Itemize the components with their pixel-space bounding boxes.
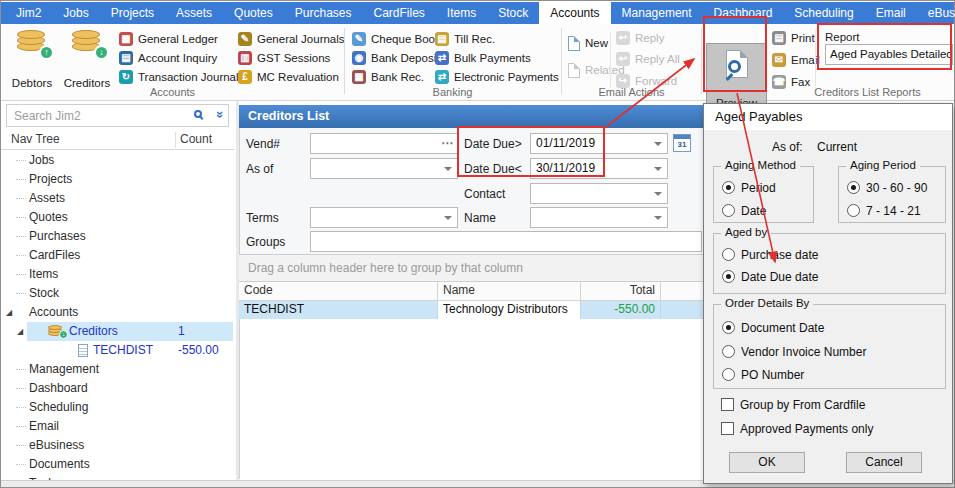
radio-icon: [847, 204, 860, 217]
till-rec-icon: ▤: [435, 32, 449, 46]
radio-period[interactable]: Period: [722, 180, 776, 195]
radio-document-date[interactable]: Document Date: [722, 320, 824, 335]
sidebar-item-cardfiles[interactable]: CardFiles: [1, 246, 235, 265]
column-header-total[interactable]: Total: [581, 282, 661, 300]
tab-scheduling[interactable]: Scheduling: [783, 2, 864, 24]
calendar-icon[interactable]: 31: [673, 134, 691, 152]
print-button[interactable]: ▤ Print: [772, 29, 815, 47]
sidebar-item-scheduling[interactable]: Scheduling: [1, 398, 235, 417]
checkbox-group-by-from-cardfile[interactable]: Group by From Cardfile: [721, 397, 865, 412]
radio-date-due-date[interactable]: Date Due date: [722, 269, 818, 284]
expand-triangle-icon[interactable]: ◢: [17, 327, 23, 336]
cell-total[interactable]: -550.00: [581, 301, 661, 319]
search-icon[interactable]: [194, 110, 202, 118]
radio-po-number[interactable]: PO Number: [722, 367, 804, 382]
till-rec-button[interactable]: ▤ Till Rec.: [435, 30, 495, 48]
nav-tree-column-header[interactable]: Nav Tree: [11, 132, 60, 146]
tab-stock[interactable]: Stock: [487, 2, 539, 24]
debtors-coins-icon: ↑: [16, 30, 48, 56]
checkbox-approved-payments-only[interactable]: Approved Payments only: [721, 421, 873, 436]
sidebar-item-email[interactable]: Email: [1, 417, 235, 436]
vend-input[interactable]: ⋯: [310, 133, 458, 154]
new-email-button[interactable]: New: [568, 34, 608, 52]
reply-all-button[interactable]: ↩ Reply All: [616, 50, 680, 68]
checkbox-icon: [721, 398, 734, 411]
print-icon: ▤: [772, 31, 786, 45]
tab-email[interactable]: Email: [865, 2, 917, 24]
report-select[interactable]: Aged Payables Detailed: [825, 44, 953, 65]
creditors-button[interactable]: ↓ Creditors: [61, 27, 113, 89]
sidebar-item-stock[interactable]: Stock: [1, 284, 235, 303]
email-report-button[interactable]: ✉ Email: [772, 51, 820, 69]
tab-accounts[interactable]: Accounts: [539, 2, 610, 24]
general-ledger-button[interactable]: ▦ General Ledger: [119, 30, 218, 48]
general-journals-button[interactable]: ✎ General Journals: [238, 30, 345, 48]
search-input[interactable]: Search Jim2 »: [6, 104, 229, 127]
sidebar-item-projects[interactable]: Projects: [1, 170, 235, 189]
tab-cardfiles[interactable]: CardFiles: [362, 2, 435, 24]
nav-tree: Jobs Projects Assets Quotes Purchases Ca…: [1, 151, 235, 488]
cancel-button[interactable]: Cancel: [846, 452, 922, 473]
down-arrow-badge-icon: ↓: [94, 45, 109, 60]
date-due-lt-select[interactable]: 30/11/2019: [530, 158, 668, 179]
groups-input[interactable]: [310, 231, 702, 252]
gst-sessions-button[interactable]: ▥ GST Sessions: [238, 49, 330, 67]
ellipsis-button[interactable]: ⋯: [441, 134, 453, 153]
sidebar-item-dashboard[interactable]: Dashboard: [1, 379, 235, 398]
radio-date[interactable]: Date: [722, 203, 766, 218]
sidebar-item-items[interactable]: Items: [1, 265, 235, 284]
count-column-header[interactable]: Count: [180, 132, 212, 146]
sidebar-item-purchases[interactable]: Purchases: [1, 227, 235, 246]
sidebar-item-management[interactable]: Management: [1, 360, 235, 379]
tab-ebusiness[interactable]: eBusiness: [917, 2, 955, 24]
sidebar-item-documents[interactable]: Documents: [1, 455, 235, 474]
asof-select[interactable]: [310, 158, 458, 179]
sidebar-item-jobs[interactable]: Jobs: [1, 151, 235, 170]
tab-quotes[interactable]: Quotes: [223, 2, 284, 24]
radio-vendor-invoice-number[interactable]: Vendor Invoice Number: [722, 344, 866, 359]
radio-purchase-date[interactable]: Purchase date: [722, 247, 818, 262]
expand-triangle-icon[interactable]: ◢: [6, 308, 12, 317]
contact-label: Contact: [464, 187, 505, 201]
tab-jobs[interactable]: Jobs: [52, 2, 99, 24]
tab-purchases[interactable]: Purchases: [284, 2, 363, 24]
name-select[interactable]: [530, 207, 668, 228]
radio-30-60-90[interactable]: 30 - 60 - 90: [847, 180, 927, 195]
debtors-button[interactable]: ↑ Debtors: [6, 27, 58, 89]
terms-select[interactable]: [310, 207, 458, 228]
bank-rec-button[interactable]: ▦ Bank Rec.: [352, 68, 424, 86]
cell-name[interactable]: Technology Distributors: [438, 301, 581, 319]
cell-code[interactable]: TECHDIST: [239, 301, 438, 319]
sidebar-item-techdist[interactable]: TECHDIST -550.00: [1, 341, 235, 360]
sidebar-item-ebusiness[interactable]: eBusiness: [1, 436, 235, 455]
collapse-chevrons-icon[interactable]: »: [213, 111, 228, 118]
asof-value: Current: [817, 140, 857, 154]
sidebar-item-assets[interactable]: Assets: [1, 189, 235, 208]
account-inquiry-button[interactable]: ▤ Account Inquiry: [119, 49, 217, 67]
tab-assets[interactable]: Assets: [165, 2, 223, 24]
reply-button[interactable]: ↩ Reply: [616, 29, 664, 47]
transaction-journal-button[interactable]: ↻ Transaction Journal: [119, 68, 239, 86]
column-header-name[interactable]: Name: [438, 282, 581, 300]
cheque-book-button[interactable]: ✎ Cheque Book: [352, 30, 441, 48]
accounts-group-label: Accounts: [2, 86, 343, 98]
contact-select[interactable]: [530, 183, 668, 204]
bank-deposits-button[interactable]: ◉ Bank Deposits: [352, 49, 445, 67]
up-arrow-badge-icon: ↑: [39, 45, 54, 60]
tab-jim2[interactable]: Jim2: [5, 2, 52, 24]
mc-revaluation-button[interactable]: £ MC Revaluation: [238, 68, 339, 86]
sidebar-item-quotes[interactable]: Quotes: [1, 208, 235, 227]
chevron-down-icon: [654, 167, 662, 175]
sidebar-item-accounts[interactable]: ◢ Accounts: [1, 303, 235, 322]
bulk-payments-button[interactable]: ⇄ Bulk Payments: [435, 49, 531, 67]
ok-button[interactable]: OK: [729, 452, 805, 473]
tab-projects[interactable]: Projects: [100, 2, 165, 24]
tab-items[interactable]: Items: [436, 2, 487, 24]
date-due-gt-select[interactable]: 01/11/2019: [530, 133, 668, 154]
radio-7-14-21[interactable]: 7 - 14 - 21: [847, 203, 921, 218]
column-header-code[interactable]: Code: [239, 282, 438, 300]
tab-dashboard[interactable]: Dashboard: [703, 2, 784, 24]
tab-management[interactable]: Management: [611, 2, 703, 24]
electronic-payments-button[interactable]: ⇄ Electronic Payments: [435, 68, 559, 86]
sidebar-item-creditors[interactable]: ◢ ↓ Creditors 1: [1, 322, 235, 341]
